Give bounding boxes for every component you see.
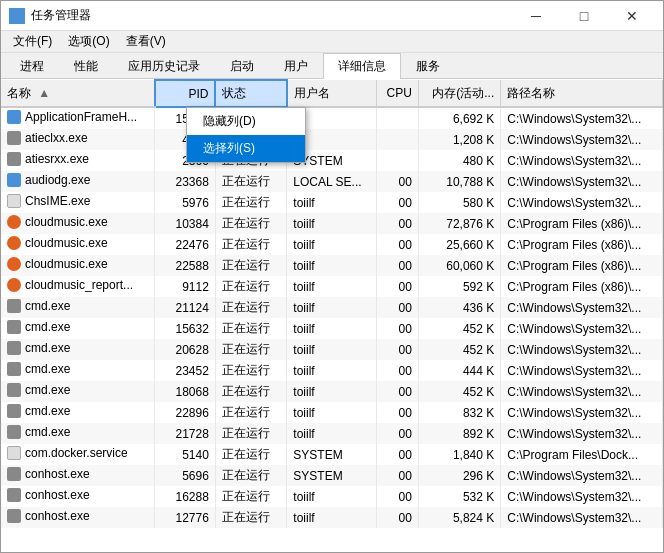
context-menu-hide-column[interactable]: 隐藏列(D): [187, 108, 305, 135]
table-row[interactable]: cmd.exe22896正在运行toiilf00832 KC:\Windows\…: [1, 402, 663, 423]
process-name: atiesrxx.exe: [25, 152, 89, 166]
table-row[interactable]: cloudmusic.exe10384正在运行toiilf0072,876 KC…: [1, 213, 663, 234]
title-controls: ─ □ ✕: [513, 3, 655, 29]
cell-path: C:\Windows\System32\...: [501, 129, 663, 150]
table-row[interactable]: atiesrxx.exe2360正在运行SYSTEM480 KC:\Window…: [1, 150, 663, 171]
maximize-button[interactable]: □: [561, 3, 607, 29]
tab-进程[interactable]: 进程: [5, 53, 59, 79]
cell-name: cloudmusic.exe: [1, 255, 155, 276]
cell-status: 正在运行: [215, 213, 286, 234]
cell-mem: 444 K: [418, 360, 500, 381]
process-icon: [7, 320, 21, 334]
cell-cpu: 00: [376, 423, 418, 444]
tab-详细信息[interactable]: 详细信息: [323, 53, 401, 79]
table-row[interactable]: conhost.exe5696正在运行SYSTEM00296 KC:\Windo…: [1, 465, 663, 486]
table-row[interactable]: cmd.exe20628正在运行toiilf00452 KC:\Windows\…: [1, 339, 663, 360]
cell-status: 正在运行: [215, 402, 286, 423]
col-header-cpu[interactable]: CPU: [376, 80, 418, 107]
context-menu-select-column[interactable]: 选择列(S): [187, 135, 305, 162]
process-table-wrapper[interactable]: 名称 ▲ PID 状态 用户名 CPU: [1, 79, 663, 552]
col-header-user[interactable]: 用户名: [287, 80, 376, 107]
table-row[interactable]: cmd.exe23452正在运行toiilf00444 KC:\Windows\…: [1, 360, 663, 381]
cell-status: 正在运行: [215, 339, 286, 360]
table-row[interactable]: audiodg.exe23368正在运行LOCAL SE...0010,788 …: [1, 171, 663, 192]
tab-性能[interactable]: 性能: [59, 53, 113, 79]
col-header-pid[interactable]: PID: [155, 80, 215, 107]
tab-用户[interactable]: 用户: [269, 53, 323, 79]
process-icon: [7, 215, 21, 229]
cell-status: 正在运行: [215, 171, 286, 192]
table-row[interactable]: cmd.exe15632正在运行toiilf00452 KC:\Windows\…: [1, 318, 663, 339]
menu-item[interactable]: 选项(O): [60, 31, 117, 52]
table-row[interactable]: ChsIME.exe5976正在运行toiilf00580 KC:\Window…: [1, 192, 663, 213]
cell-path: C:\Program Files (x86)\...: [501, 213, 663, 234]
table-row[interactable]: cloudmusic.exe22476正在运行toiilf0025,660 KC…: [1, 234, 663, 255]
menu-item[interactable]: 文件(F): [5, 31, 60, 52]
cell-cpu: 00: [376, 507, 418, 528]
process-icon: [7, 446, 21, 460]
cell-user: toiilf: [287, 339, 376, 360]
tab-启动[interactable]: 启动: [215, 53, 269, 79]
cell-pid: 23452: [155, 360, 215, 381]
col-header-path[interactable]: 路径名称: [501, 80, 663, 107]
cell-name: cmd.exe: [1, 297, 155, 318]
cell-status: 正在运行: [215, 297, 286, 318]
cell-mem: 452 K: [418, 381, 500, 402]
close-button[interactable]: ✕: [609, 3, 655, 29]
table-row[interactable]: com.docker.service5140正在运行SYSTEM001,840 …: [1, 444, 663, 465]
cell-name: cmd.exe: [1, 381, 155, 402]
cell-mem: 480 K: [418, 150, 500, 171]
col-header-mem[interactable]: 内存(活动...: [418, 80, 500, 107]
table-row[interactable]: atieclxx.exe4416正在运行1,208 KC:\Windows\Sy…: [1, 129, 663, 150]
cell-cpu: [376, 129, 418, 150]
table-row[interactable]: conhost.exe16288正在运行toiilf00532 KC:\Wind…: [1, 486, 663, 507]
process-name: ApplicationFrameH...: [25, 110, 137, 124]
table-row[interactable]: ApplicationFrameH...15160正在运行6,692 KC:\W…: [1, 107, 663, 129]
cell-cpu: 00: [376, 444, 418, 465]
window-title: 任务管理器: [31, 7, 91, 24]
process-name: cmd.exe: [25, 362, 70, 376]
process-icon: [7, 194, 21, 208]
table-row[interactable]: conhost.exe12776正在运行toiilf005,824 KC:\Wi…: [1, 507, 663, 528]
cell-name: conhost.exe: [1, 486, 155, 507]
process-table: 名称 ▲ PID 状态 用户名 CPU: [1, 79, 663, 528]
menu-item[interactable]: 查看(V): [118, 31, 174, 52]
cell-mem: 580 K: [418, 192, 500, 213]
cell-cpu: 00: [376, 255, 418, 276]
cell-mem: 452 K: [418, 318, 500, 339]
col-header-name[interactable]: 名称 ▲: [1, 80, 155, 107]
table-row[interactable]: cloudmusic.exe22588正在运行toiilf0060,060 KC…: [1, 255, 663, 276]
cell-mem: 72,876 K: [418, 213, 500, 234]
cell-path: C:\Windows\System32\...: [501, 507, 663, 528]
tab-应用历史记录[interactable]: 应用历史记录: [113, 53, 215, 79]
cell-name: ChsIME.exe: [1, 192, 155, 213]
cell-status: 正在运行: [215, 276, 286, 297]
cell-user: toiilf: [287, 234, 376, 255]
cell-mem: 6,692 K: [418, 107, 500, 129]
cell-path: C:\Windows\System32\...: [501, 423, 663, 444]
cell-cpu: 00: [376, 339, 418, 360]
process-icon: [7, 110, 21, 124]
table-row[interactable]: cloudmusic_report...9112正在运行toiilf00592 …: [1, 276, 663, 297]
cell-cpu: [376, 150, 418, 171]
cell-status: 正在运行: [215, 360, 286, 381]
cell-user: toiilf: [287, 255, 376, 276]
cell-cpu: 00: [376, 402, 418, 423]
table-row[interactable]: cmd.exe21728正在运行toiilf00892 KC:\Windows\…: [1, 423, 663, 444]
process-icon: [7, 152, 21, 166]
minimize-button[interactable]: ─: [513, 3, 559, 29]
process-icon: [7, 488, 21, 502]
cell-path: C:\Program Files\Dock...: [501, 444, 663, 465]
cell-user: toiilf: [287, 192, 376, 213]
tab-服务[interactable]: 服务: [401, 53, 455, 79]
col-header-status[interactable]: 状态: [215, 80, 286, 107]
table-row[interactable]: cmd.exe21124正在运行toiilf00436 KC:\Windows\…: [1, 297, 663, 318]
cell-path: C:\Program Files (x86)\...: [501, 255, 663, 276]
process-name: cloudmusic.exe: [25, 215, 108, 229]
cell-mem: 25,660 K: [418, 234, 500, 255]
table-row[interactable]: cmd.exe18068正在运行toiilf00452 KC:\Windows\…: [1, 381, 663, 402]
cell-mem: 296 K: [418, 465, 500, 486]
cell-mem: 832 K: [418, 402, 500, 423]
cell-path: C:\Program Files (x86)\...: [501, 234, 663, 255]
cell-name: cmd.exe: [1, 318, 155, 339]
